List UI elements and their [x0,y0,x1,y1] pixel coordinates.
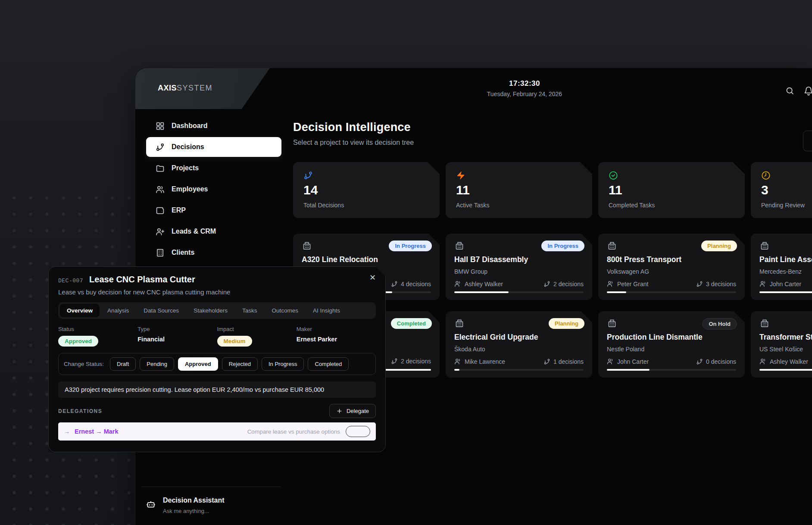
project-maker: Ashley Walker [454,280,503,288]
factory-icon [454,241,465,251]
delegate-button[interactable]: Delegate [329,404,376,418]
project-card[interactable]: Transformer Station US Steel Košice Ashl… [751,311,812,378]
stat-completed-tasks: 11 Completed Tasks [598,162,745,218]
git-branch-icon [156,143,165,152]
progress-bar [759,369,812,371]
maker-name: John Carter [617,358,649,365]
edge-partial-button[interactable] [803,131,812,151]
field-impact: Impact Medium [217,326,297,347]
project-title: Paint Line Assembly [759,255,812,264]
progress-bar [759,291,812,293]
stat-value: 11 [609,183,622,197]
decision-detail-modal: DEC-007 Lease CNC Plasma Cutter ✕ Lease … [48,266,386,452]
sidebar-item-label: Employees [172,185,208,193]
change-status-bar: Change Status: Draft Pending Approved Re… [58,353,376,375]
project-card[interactable]: Planning 800t Press Transport Volkswagen… [598,234,745,300]
progress-fill [759,369,812,371]
status-button-approved[interactable]: Approved [178,357,218,371]
status-badge: In Progress [389,241,432,251]
decision-assistant[interactable]: Decision Assistant Ask me anything... [141,497,281,514]
brand-light: SYSTEM [177,84,212,92]
sidebar-item-employees[interactable]: Employees [146,179,281,199]
stat-label: Completed Tasks [609,202,655,209]
bell-icon[interactable] [804,86,812,96]
status-button-in-progress[interactable]: In Progress [262,357,304,371]
tab-outcomes[interactable]: Outcomes [265,304,305,317]
stat-label: Active Tasks [456,202,490,209]
delegation-toggle[interactable] [346,426,370,437]
tab-ai-insights[interactable]: AI Insights [306,304,347,317]
sidebar-item-label: Projects [172,164,199,172]
divider [141,487,281,487]
progress-fill [454,369,459,371]
field-value: Financial [137,336,217,343]
project-company: Nestle Poland [607,346,644,353]
decisions-count: 0 decisions [706,358,736,365]
status-button-draft[interactable]: Draft [110,357,136,371]
status-button-rejected[interactable]: Rejected [222,357,258,371]
progress-fill [759,291,812,293]
status-button-completed[interactable]: Completed [308,357,349,371]
decisions-count: 4 decisions [401,281,431,288]
project-maker: Ashley Walker [759,358,808,365]
assistant-title: Decision Assistant [163,497,225,504]
sidebar-item-label: Leads & CRM [172,228,216,235]
sidebar-item-projects[interactable]: Projects [146,158,281,178]
project-footer: Ashley Walker 2 decisions [454,280,584,288]
project-maker: John Carter [759,280,801,288]
stat-value: 3 [761,183,768,197]
project-card[interactable]: On Hold Production Line Dismantle Nestle… [598,311,745,378]
assistant-section: Decision Assistant Ask me anything... [141,487,281,514]
stat-value: 14 [303,183,318,197]
tab-data-sources[interactable]: Data Sources [137,304,186,317]
tab-overview[interactable]: Overview [60,304,100,317]
project-footer: Ashley Walker [759,358,812,365]
project-maker: Mike Lawrence [454,358,505,365]
factory-icon [759,318,770,328]
delegation-row[interactable]: → Ernest → Mark Compare lease vs purchas… [58,422,376,441]
stat-pending-review: 3 Pending Review [751,162,812,218]
decision-code: DEC-007 [58,278,83,284]
tab-analysis[interactable]: Analysis [100,304,136,317]
folder-icon [156,164,165,173]
sidebar-item-dashboard[interactable]: Dashboard [146,116,281,136]
stat-label: Pending Review [761,202,805,209]
modal-fields: Status Approved Type Financial Impact Me… [58,326,376,347]
delegation-from-to: Ernest → Mark [75,428,119,435]
sidebar-item-clients[interactable]: Clients [146,243,281,262]
modal-title: Lease CNC Plasma Cutter [89,275,195,284]
building-icon [156,248,165,257]
brand-logo: AXISSYSTEM [158,84,212,93]
project-company: BMW Group [454,268,487,275]
zap-icon [456,171,465,180]
sidebar-item-decisions[interactable]: Decisions [146,137,281,157]
check-circle-icon [609,171,618,180]
project-card[interactable]: Paint Line Assembly Mercedes-Benz John C… [751,234,812,300]
field-status: Status Approved [58,326,137,347]
wallet-icon [156,206,165,215]
clock-date: Tuesday, February 24, 2026 [460,91,589,97]
project-card[interactable]: In Progress Hall B7 Disassembly BMW Grou… [446,234,592,300]
stat-value: 11 [456,183,470,197]
search-icon[interactable] [785,86,794,95]
stat-label: Total Decisions [303,202,344,209]
sidebar-item-erp[interactable]: ERP [146,200,281,220]
project-card[interactable]: Planning Electrical Grid Upgrade Škoda A… [446,311,592,378]
project-footer: John Carter [759,280,812,288]
stat-total-decisions: 14 Total Decisions [293,162,440,218]
clock-icon [761,171,771,180]
tab-stakeholders[interactable]: Stakeholders [187,304,234,317]
close-icon[interactable]: ✕ [369,274,376,281]
sidebar-item-label: ERP [172,206,186,214]
delegation-task: Compare lease vs purchase options [247,428,340,435]
field-maker: Maker Ernest Parker [297,326,376,347]
sidebar-item-leads-crm[interactable]: Leads & CRM [146,222,281,241]
status-button-pending[interactable]: Pending [140,357,174,371]
factory-icon [607,241,617,251]
sidebar-item-label: Clients [172,249,194,256]
decisions-count: 1 decisions [553,358,584,365]
delegations-header: DELEGATIONS Delegate [58,404,376,418]
git-branch-icon [303,171,313,180]
factory-icon [607,318,617,328]
tab-tasks[interactable]: Tasks [235,304,264,317]
